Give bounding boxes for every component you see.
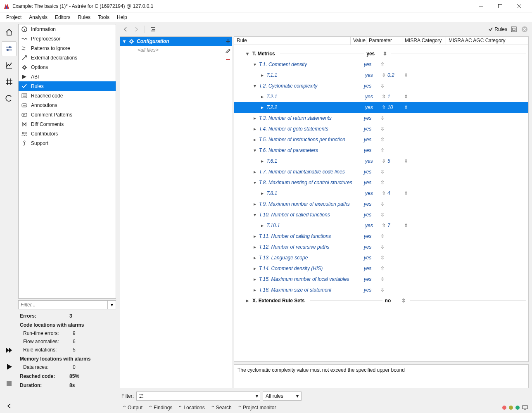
twisty-icon[interactable]: ▸: [252, 201, 257, 207]
rule-node[interactable]: ▾T.1. Comment densityyes⇳: [234, 59, 528, 70]
twisty-icon[interactable]: ▸: [260, 158, 265, 164]
param-spinner-icon[interactable]: ⇳: [404, 72, 410, 78]
twisty-icon[interactable]: ▾: [252, 147, 257, 153]
nav-item-options[interactable]: Options: [19, 62, 116, 72]
nav-item-preprocessor[interactable]: Preprocessor: [19, 34, 116, 43]
rule-node[interactable]: ▸T.15. Maximum number of local variables…: [234, 274, 528, 285]
rule-section[interactable]: ▸X. Extended Rule Setsno⇳: [234, 295, 528, 306]
rule-section[interactable]: ▾T. Metricsyes⇳: [234, 48, 528, 59]
col-misra[interactable]: MISRA Category: [402, 37, 446, 45]
rail-sliders-icon[interactable]: [2, 41, 17, 56]
rail-chart-icon[interactable]: [2, 58, 17, 73]
rule-node[interactable]: ▾T.2. Cyclomatic complexityyes⇳: [234, 81, 528, 91]
value-spinner-icon[interactable]: ⇳: [380, 266, 386, 271]
value-spinner-icon[interactable]: ⇳: [380, 126, 386, 132]
twisty-icon[interactable]: ▾: [252, 62, 257, 67]
col-value[interactable]: Value: [351, 37, 366, 45]
value-spinner-icon[interactable]: ⇳: [380, 233, 386, 239]
value-spinner-icon[interactable]: ⇳: [380, 62, 386, 67]
twisty-icon[interactable]: ▸: [252, 255, 257, 261]
twisty-icon[interactable]: ▸: [252, 233, 257, 239]
value-spinner-icon[interactable]: ⇳: [380, 137, 386, 142]
menu-tools[interactable]: Tools: [94, 14, 113, 21]
twisty-icon[interactable]: ▸: [260, 223, 265, 228]
add-icon[interactable]: [225, 38, 231, 44]
twisty-icon[interactable]: ▸: [260, 72, 265, 78]
rail-home-icon[interactable]: [2, 25, 17, 40]
twisty-icon[interactable]: ▸: [252, 126, 257, 132]
rule-leaf[interactable]: ▸T.2.2yes⇳10⇳: [234, 102, 528, 113]
maximize-button[interactable]: [491, 0, 510, 12]
value-spinner-icon[interactable]: ⇳: [383, 51, 389, 57]
rule-leaf[interactable]: ▸T.1.1yes⇳0.2⇳: [234, 70, 528, 81]
nav-forward-icon[interactable]: [132, 25, 140, 33]
close-panel-icon[interactable]: [520, 25, 529, 33]
nav-item-external-declarations[interactable]: External declarations: [19, 53, 116, 62]
twisty-icon[interactable]: ▸: [252, 115, 257, 121]
twisty-icon[interactable]: ▸: [252, 137, 257, 142]
tab-findings[interactable]: Findings: [148, 405, 172, 411]
tab-output[interactable]: Output: [122, 405, 142, 411]
tab-locations[interactable]: Locations: [178, 405, 204, 411]
twisty-icon[interactable]: ▸: [252, 287, 257, 293]
outline-icon[interactable]: [149, 25, 157, 33]
rule-node[interactable]: ▸T.5. Number of instructions per functio…: [234, 134, 528, 145]
value-spinner-icon[interactable]: ⇳: [380, 83, 386, 89]
value-spinner-icon[interactable]: ⇳: [382, 190, 387, 196]
value-spinner-icon[interactable]: ⇳: [380, 201, 386, 207]
rail-back-icon[interactable]: [2, 401, 17, 411]
value-spinner-icon[interactable]: ⇳: [382, 104, 387, 110]
rule-node[interactable]: ▸T.16. Maximum size of statementyes⇳: [234, 285, 528, 295]
rule-node[interactable]: ▸T.13. Language scopeyes⇳: [234, 252, 528, 263]
value-spinner-icon[interactable]: ⇳: [380, 180, 386, 185]
value-spinner-icon[interactable]: ⇳: [401, 298, 407, 304]
value-spinner-icon[interactable]: ⇳: [380, 287, 386, 293]
config-all-files[interactable]: <all files>: [120, 46, 232, 53]
twisty-icon[interactable]: ▸: [260, 104, 265, 110]
rail-stop-icon[interactable]: [2, 376, 17, 391]
value-spinner-icon[interactable]: ⇳: [380, 244, 386, 250]
twisty-icon[interactable]: ▸: [260, 94, 265, 100]
nav-item-comment-patterns[interactable]: Comment Patterns: [19, 110, 116, 119]
twisty-icon[interactable]: ▸: [252, 169, 257, 175]
nav-item-support[interactable]: Support: [19, 138, 116, 148]
value-spinner-icon[interactable]: ⇳: [382, 72, 387, 78]
rule-node[interactable]: ▸T.3. Number of return statementsyes⇳: [234, 113, 528, 123]
rule-node[interactable]: ▸T.9. Maximum number of execution pathsy…: [234, 199, 528, 209]
rule-leaf[interactable]: ▸T.2.1yes⇳1⇳: [234, 91, 528, 102]
nav-item-reached-code[interactable]: Reached code: [19, 91, 116, 100]
value-spinner-icon[interactable]: ⇳: [380, 169, 386, 175]
rule-leaf[interactable]: ▸T.6.1yes⇳5⇳: [234, 156, 528, 166]
nav-item-information[interactable]: Information: [19, 24, 116, 34]
value-spinner-icon[interactable]: ⇳: [382, 94, 387, 100]
rule-node[interactable]: ▸T.12. Number of recursive pathsyes⇳: [234, 242, 528, 252]
nav-item-rules[interactable]: Rules: [19, 81, 116, 91]
nav-item-abi[interactable]: ABI: [19, 72, 116, 81]
value-spinner-icon[interactable]: ⇳: [382, 223, 387, 228]
value-spinner-icon[interactable]: ⇳: [382, 158, 387, 164]
col-misra-ac[interactable]: MISRA AC AGC Category: [446, 37, 528, 45]
rules-tree[interactable]: ▾T. Metricsyes⇳▾T.1. Comment densityyes⇳…: [234, 45, 528, 361]
value-spinner-icon[interactable]: ⇳: [380, 115, 386, 121]
minimize-button[interactable]: [472, 0, 491, 12]
menu-editors[interactable]: Editors: [51, 14, 74, 21]
rule-node[interactable]: ▾T.10. Number of called functionsyes⇳: [234, 209, 528, 220]
nav-item-patterns-to-ignore[interactable]: Patterns to ignore: [19, 43, 116, 53]
rail-grid-icon[interactable]: [2, 74, 17, 89]
param-spinner-icon[interactable]: ⇳: [404, 190, 410, 196]
twisty-icon[interactable]: ▸: [245, 298, 250, 304]
nav-item-diff-comments[interactable]: Diff Comments: [19, 119, 116, 129]
filter-combo[interactable]: ▾: [136, 392, 260, 401]
nav-back-icon[interactable]: [121, 25, 130, 33]
rule-node[interactable]: ▸T.14. Comment density (HIS)yes⇳: [234, 263, 528, 274]
close-button[interactable]: [510, 0, 529, 12]
nav-filter-input[interactable]: [18, 300, 108, 309]
value-spinner-icon[interactable]: ⇳: [380, 147, 386, 153]
tab-search[interactable]: Search: [211, 405, 232, 411]
edit-icon[interactable]: [225, 47, 231, 53]
rules-toggle[interactable]: Rules: [488, 26, 507, 32]
fullscreen-icon[interactable]: [510, 25, 518, 33]
tab-project-monitor[interactable]: Project monitor: [238, 405, 276, 411]
param-spinner-icon[interactable]: ⇳: [404, 223, 410, 228]
rule-node[interactable]: ▾T.6. Number of parametersyes⇳: [234, 145, 528, 156]
